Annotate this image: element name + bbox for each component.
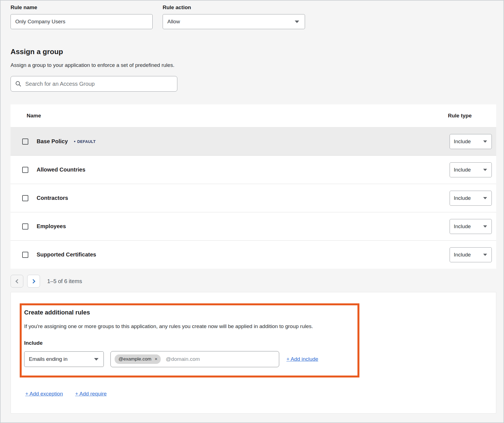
rule-name-label: Rule name [11,4,153,11]
row-checkbox[interactable] [22,139,28,145]
row-checkbox[interactable] [22,195,28,201]
include-label: Include [24,340,352,346]
chevron-down-icon [483,140,487,143]
table-row: Contractors Include [11,184,496,212]
chevron-down-icon [483,225,487,228]
rule-type-dropdown[interactable]: Include [450,162,492,177]
search-icon [15,81,21,87]
group-name: Contractors [37,195,68,201]
chevron-down-icon [94,358,99,361]
group-name: Supported Certificates [37,251,96,258]
domain-input[interactable] [166,356,275,362]
highlight-annotation-box: Create additional rules If you're assign… [20,303,359,377]
access-group-search[interactable] [11,76,177,92]
email-tag: @example.com × [115,354,161,364]
chevron-down-icon [295,21,299,23]
table-row: Allowed Countries Include [11,155,496,184]
add-require-link[interactable]: + Add require [75,391,107,397]
row-checkbox[interactable] [22,252,28,258]
next-page-button[interactable] [27,275,40,288]
rule-type-value: Include [454,223,471,230]
default-badge-label: DEFAULT [77,139,95,144]
additional-rules-title: Create additional rules [24,309,352,316]
remove-tag-icon[interactable]: × [155,356,157,362]
group-name: Employees [37,223,66,230]
email-domains-input[interactable]: @example.com × [110,351,279,367]
rule-links: + Add exception + Add require [20,391,496,397]
table-header: Name Rule type [11,104,496,127]
add-exception-link[interactable]: + Add exception [25,391,63,397]
column-header-name: Name [27,113,448,119]
rule-editor-page: Rule name Rule action Allow Assign a gro… [0,0,504,423]
rule-action-dropdown[interactable]: Allow [163,14,305,29]
additional-rules-card: Create additional rules If you're assign… [11,292,496,414]
chevron-down-icon [483,254,487,256]
rule-action-value: Allow [167,19,180,25]
assign-group-title: Assign a group [11,47,495,56]
rule-type-value: Include [454,167,471,173]
condition-value: Emails ending in [29,356,67,362]
previous-page-button[interactable] [11,275,23,288]
row-checkbox[interactable] [22,167,28,173]
condition-dropdown[interactable]: Emails ending in [24,351,104,367]
chevron-down-icon [483,169,487,171]
badge-dot-icon: • [74,139,75,144]
access-group-table: Name Rule type Base Policy •DEFAULT Incl… [11,104,496,269]
row-checkbox[interactable] [22,223,28,230]
chevron-right-icon [31,279,35,283]
pagination: 1–5 of 6 items [11,275,495,288]
rule-type-value: Include [454,139,471,145]
include-rule-builder: Emails ending in @example.com × + Add in… [24,351,352,367]
table-row: Employees Include [11,212,496,240]
additional-rules-description: If you're assigning one or more groups t… [24,323,352,329]
default-badge: •DEFAULT [74,139,95,144]
assign-group-description: Assign a group to your application to en… [11,62,495,68]
column-header-rule-type: Rule type [448,113,490,119]
chevron-down-icon [483,197,487,199]
chevron-left-icon [15,279,20,283]
email-tag-value: @example.com [119,356,151,362]
rule-type-value: Include [454,195,471,201]
table-row: Base Policy •DEFAULT Include [11,127,496,155]
rule-action-label: Rule action [163,4,305,11]
rule-name-input[interactable] [11,14,153,29]
rule-type-dropdown[interactable]: Include [450,191,492,206]
rule-type-dropdown[interactable]: Include [450,134,492,149]
group-name: Allowed Countries [37,167,85,173]
rule-type-dropdown[interactable]: Include [450,219,492,234]
rule-type-value: Include [454,252,471,258]
table-row: Supported Certificates Include [11,240,496,269]
group-name: Base Policy [37,138,68,145]
search-input[interactable] [25,81,173,87]
rule-type-dropdown[interactable]: Include [450,247,492,262]
add-include-link[interactable]: + Add include [286,356,318,362]
pagination-summary: 1–5 of 6 items [47,278,82,284]
rule-form: Rule name Rule action Allow [11,4,495,29]
